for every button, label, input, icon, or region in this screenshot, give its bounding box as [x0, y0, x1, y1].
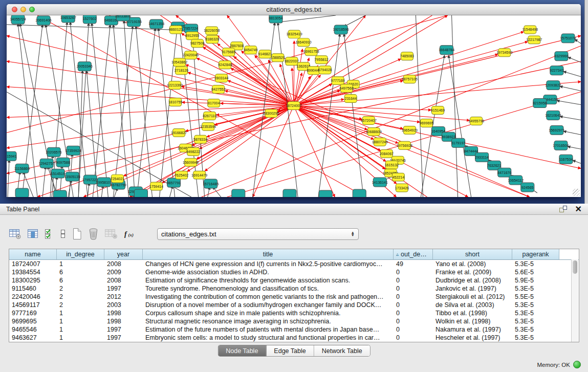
network-window[interactable]: citations_edges.txt 14055724206914061065…: [7, 4, 581, 197]
graph-node[interactable]: 10543862: [171, 58, 187, 67]
graph-node[interactable]: 11548498: [522, 26, 538, 34]
graph-node[interactable]: 16648784: [439, 46, 454, 55]
graph-node[interactable]: 18300295: [263, 109, 279, 117]
graph-node[interactable]: 817004: [208, 99, 220, 107]
graph-node[interactable]: 1588520: [271, 54, 285, 62]
graph-node[interactable]: 9227343: [550, 66, 563, 75]
graph-node[interactable]: 16914479: [191, 171, 207, 179]
graph-node[interactable]: 1167534: [559, 155, 573, 164]
graph-node[interactable]: 3915941: [7, 151, 17, 161]
table-row[interactable]: 911546021997Tourette syndrome. Phenomeno…: [9, 285, 579, 293]
graph-node[interactable]: 2933114: [475, 152, 489, 162]
graph-node[interactable]: 1615132: [385, 161, 399, 169]
row-height-icon[interactable]: [60, 228, 66, 239]
tab-node-table[interactable]: Node Table: [218, 345, 266, 356]
minimize-window-button[interactable]: [20, 7, 26, 12]
window-resize-handle[interactable]: [573, 189, 580, 196]
graph-node[interactable]: 19958107: [96, 178, 112, 187]
graph-node[interactable]: 452214: [392, 173, 404, 181]
graph-node[interactable]: 20691406: [36, 16, 52, 25]
graph-node[interactable]: 9175685: [222, 48, 235, 56]
graph-node[interactable]: [283, 189, 296, 197]
graph-node[interactable]: 15716485: [203, 179, 219, 188]
graph-node[interactable]: 1733426: [395, 184, 409, 192]
table-row[interactable]: 1872400712008Changes of HCN gene express…: [9, 260, 579, 268]
graph-node[interactable]: 9777169: [331, 77, 345, 85]
close-panel-icon[interactable]: ✕: [575, 206, 582, 213]
graph-node[interactable]: [134, 189, 147, 197]
graph-node[interactable]: 16210643: [545, 111, 561, 120]
graph-node[interactable]: 19654923: [402, 126, 418, 134]
graph-node[interactable]: 8813054: [269, 15, 282, 23]
graph-node[interactable]: 16961758: [303, 48, 319, 56]
graph-node[interactable]: 8267110: [203, 112, 216, 120]
select-rows-icon[interactable]: [45, 228, 54, 239]
column-header-pagerank[interactable]: pagerank: [512, 249, 559, 259]
graph-node[interactable]: 10653267: [60, 15, 76, 23]
graph-node[interactable]: 6179197: [451, 138, 465, 147]
graph-node[interactable]: 1810755: [168, 98, 182, 106]
column-header-title[interactable]: title: [143, 249, 394, 259]
graph-node[interactable]: 8427552: [211, 85, 225, 94]
graph-node[interactable]: 8454749: [244, 46, 257, 54]
graph-node[interactable]: 18724007: [286, 102, 301, 110]
network-canvas[interactable]: 1405572420691406106532671527602646616010…: [7, 15, 581, 197]
graph-node[interactable]: 20206576: [46, 147, 62, 157]
graph-node[interactable]: 12353594: [200, 122, 216, 130]
graph-node[interactable]: 15720407: [361, 116, 377, 124]
graph-node[interactable]: 8186328: [205, 35, 219, 43]
graph-node[interactable]: 1514519: [51, 169, 65, 178]
function-builder-icon[interactable]: f(x): [123, 229, 137, 239]
graph-node[interactable]: 14955798: [468, 117, 484, 125]
graph-node[interactable]: 17016504: [553, 141, 569, 150]
graph-node[interactable]: 7485083: [400, 52, 414, 60]
graph-node[interactable]: 15609948: [183, 158, 199, 166]
graph-node[interactable]: 11156869: [14, 164, 30, 173]
graph-node[interactable]: 14136141: [372, 178, 388, 187]
graph-node[interactable]: 924565: [521, 183, 534, 192]
graph-node[interactable]: [232, 189, 245, 197]
graph-node[interactable]: 7955812: [314, 56, 328, 64]
graph-node[interactable]: 22420046: [183, 51, 199, 59]
graph-node[interactable]: 9146821: [258, 50, 272, 58]
tab-network-table[interactable]: Network Table: [314, 345, 370, 356]
table-row[interactable]: 946554611997Estimation of the future num…: [9, 325, 579, 334]
graph-node[interactable]: 19734593: [496, 49, 512, 57]
graph-node[interactable]: 9329966: [554, 52, 568, 61]
graph-node[interactable]: 2084067: [380, 149, 394, 158]
graph-node[interactable]: 15751074: [560, 34, 576, 43]
table-row[interactable]: 1938455462009Genome-wide association stu…: [9, 268, 579, 276]
column-header-in_degree[interactable]: in_degree: [57, 249, 104, 259]
graph-node[interactable]: 17359924: [66, 146, 81, 155]
graph-node[interactable]: 9699695: [420, 119, 433, 127]
graph-node[interactable]: 9498222: [186, 147, 200, 156]
graph-node[interactable]: 12217987: [526, 36, 542, 44]
delete-column-icon[interactable]: [88, 228, 99, 240]
graph-node[interactable]: 18325419: [286, 30, 302, 38]
tab-edge-table[interactable]: Edge Table: [266, 345, 314, 356]
network-window-titlebar[interactable]: citations_edges.txt: [7, 4, 581, 15]
graph-node[interactable]: [53, 190, 67, 197]
graph-node[interactable]: 15692971: [549, 125, 564, 135]
graph-node[interactable]: 16033809: [115, 15, 131, 21]
table-row[interactable]: 1456911722003Disruption of a novel membe…: [9, 301, 579, 309]
scrollbar-thumb[interactable]: [573, 260, 577, 274]
graph-node[interactable]: 8912955: [185, 32, 199, 40]
table-row[interactable]: 946362711997Embryonic stem cells: a mode…: [9, 334, 579, 342]
graph-node[interactable]: 6794028: [318, 66, 332, 74]
graph-node[interactable]: 9097588: [56, 158, 70, 167]
graph-node[interactable]: 231644: [344, 95, 357, 103]
column-header-short[interactable]: short: [433, 249, 512, 259]
graph-node[interactable]: [353, 189, 366, 197]
float-panel-icon[interactable]: [559, 206, 567, 212]
graph-node[interactable]: 18226058: [204, 27, 220, 35]
graph-node[interactable]: 8471676: [497, 168, 511, 177]
column-header-out_de[interactable]: ▵out_de…: [394, 249, 433, 259]
graph-node[interactable]: 19218596: [333, 25, 349, 34]
graph-node[interactable]: 12213393: [167, 81, 183, 90]
graph-node[interactable]: 12942757: [39, 159, 55, 168]
graph-node[interactable]: 9151469: [431, 106, 445, 115]
graph-node[interactable]: 9860123: [169, 26, 183, 34]
network-graph[interactable]: 1405572420691406106532671527602646616010…: [7, 15, 581, 197]
zoom-window-button[interactable]: [29, 7, 35, 12]
